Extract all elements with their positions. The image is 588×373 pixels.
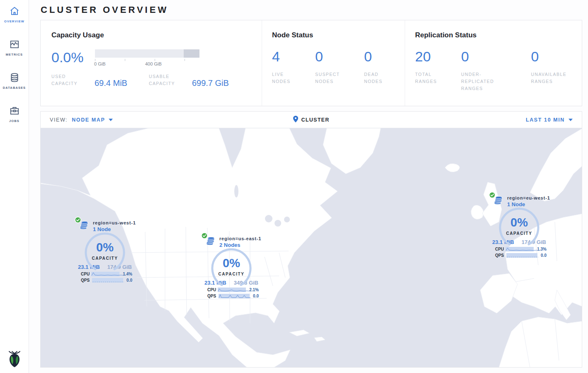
cluster-overview-page: OVERVIEW METRICS DATABASES: [0, 0, 588, 373]
database-icon: [9, 72, 20, 83]
capacity-usage-title: Capacity Usage: [51, 31, 251, 39]
used-capacity-value: 69.4 MiB: [95, 78, 127, 88]
world-map[interactable]: region=us-west-1 1 Node 0% CAPACITY 23.1…: [41, 128, 582, 367]
cockroachdb-logo[interactable]: [7, 349, 22, 370]
sidebar-item-label: JOBS: [9, 119, 19, 123]
qps-value: 0.0: [126, 278, 132, 283]
node-region-label: region=us-west-1: [93, 220, 136, 225]
briefcase-icon: [9, 105, 20, 117]
sidebar-item-metrics[interactable]: METRICS: [0, 33, 29, 61]
view-selector[interactable]: VIEW: NODE MAP: [50, 117, 113, 123]
home-icon: [9, 5, 20, 17]
view-value: NODE MAP: [72, 117, 105, 123]
qps-value: 0.0: [253, 294, 259, 298]
replication-status-section: Replication Status 20 TOTAL RANGES 0 UND…: [405, 20, 582, 106]
cpu-value: 1.4%: [123, 272, 132, 276]
node-map-card: VIEW: NODE MAP CLUSTER LAST 10 MIN: [40, 111, 582, 368]
qps-metric-row: QPS 0.0: [495, 253, 547, 258]
qps-sparkline: [506, 253, 537, 258]
map-view-bar: VIEW: NODE MAP CLUSTER LAST 10 MIN: [41, 112, 582, 128]
sidebar: OVERVIEW METRICS DATABASES: [0, 0, 29, 373]
sidebar-item-label: METRICS: [6, 53, 23, 56]
qps-value: 0.0: [541, 253, 547, 258]
total-ranges-stat: 20 TOTAL RANGES: [415, 49, 448, 92]
sidebar-item-overview[interactable]: OVERVIEW: [0, 0, 29, 27]
cpu-sparkline: [505, 247, 534, 251]
dead-nodes-stat: 0 DEAD NODES: [364, 49, 394, 85]
under-replicated-ranges-stat: 0 UNDER-REPLICATED RANGES: [461, 49, 513, 92]
cpu-sparkline: [218, 288, 246, 292]
capacity-tick-label-0: 0 GiB: [94, 61, 106, 66]
main-content: CLUSTER OVERVIEW Capacity Usage 0.0% 0 G…: [29, 0, 588, 373]
node-status-title: Node Status: [272, 31, 394, 39]
node-region-label: region=us-east-1: [219, 236, 261, 241]
capacity-gauge: 0% CAPACITY: [83, 231, 126, 271]
node-region-label: region=eu-west-1: [507, 195, 550, 200]
qps-metric-row: QPS 0.0: [81, 278, 132, 283]
capacity-used-percent: 0.0%: [51, 49, 95, 64]
map-node-us-east-1[interactable]: region=us-east-1 2 Nodes 0% CAPACITY 23.…: [204, 236, 259, 298]
qps-metric-row: QPS 0.0: [207, 294, 259, 298]
live-nodes-stat: 4 LIVE NODES: [272, 49, 302, 85]
node-database-icon: [78, 220, 90, 232]
chevron-down-icon: [569, 119, 573, 121]
time-range-value: LAST 10 MIN: [526, 117, 565, 123]
cpu-value: 1.3%: [537, 247, 547, 251]
cpu-metric-row: CPU 1.4%: [81, 272, 132, 276]
capacity-usage-section: Capacity Usage 0.0% 0 GiB 400 GiB: [41, 20, 262, 106]
capacity-tick-label-400: 400 GiB: [145, 61, 162, 66]
page-title: CLUSTER OVERVIEW: [40, 0, 582, 20]
sidebar-item-label: DATABASES: [3, 86, 26, 90]
gauge-capacity-label: CAPACITY: [210, 272, 253, 276]
gauge-percent: 0%: [210, 256, 253, 270]
gauge-percent: 0%: [498, 216, 541, 229]
node-database-icon: [493, 195, 504, 207]
suspect-nodes-stat: 0 SUSPECT NODES: [315, 49, 351, 85]
gauge-capacity-label: CAPACITY: [83, 256, 126, 261]
gauge-percent: 0%: [83, 241, 126, 254]
unavailable-ranges-stat: 0 UNAVAILABLE RANGES: [531, 49, 571, 92]
node-database-icon: [205, 236, 216, 248]
cpu-metric-row: CPU 1.3%: [495, 247, 547, 251]
capacity-gauge: 0% CAPACITY: [498, 206, 541, 246]
cpu-sparkline: [91, 272, 120, 276]
node-status-section: Node Status 4 LIVE NODES 0 SUSPECT NODES…: [262, 20, 405, 106]
capacity-gauge: 0% CAPACITY: [210, 247, 253, 287]
node-healthy-check-icon: [75, 217, 81, 225]
breadcrumb: CLUSTER: [293, 116, 329, 124]
qps-sparkline: [92, 278, 123, 283]
used-capacity-label: USED CAPACITY: [51, 73, 90, 87]
usable-capacity-value: 699.7 GiB: [192, 78, 229, 88]
time-range-selector[interactable]: LAST 10 MIN: [526, 117, 573, 123]
capacity-bar-ticks: [95, 58, 199, 61]
breadcrumb-cluster: CLUSTER: [301, 117, 329, 123]
metrics-chart-icon: [9, 39, 20, 50]
sidebar-item-jobs[interactable]: JOBS: [0, 100, 29, 127]
view-label: VIEW:: [50, 117, 68, 123]
sidebar-item-label: OVERVIEW: [4, 20, 24, 23]
qps-sparkline: [219, 294, 250, 298]
cpu-metric-row: CPU 2.1%: [207, 288, 259, 292]
node-healthy-check-icon: [489, 192, 496, 200]
capacity-bar: 0 GiB 400 GiB: [95, 49, 199, 67]
sidebar-item-databases[interactable]: DATABASES: [0, 66, 29, 94]
location-pin-icon: [293, 116, 298, 124]
map-node-us-west-1[interactable]: region=us-west-1 1 Node 0% CAPACITY 23.1…: [78, 220, 132, 283]
cpu-value: 2.1%: [249, 288, 259, 292]
cluster-summary-card: Capacity Usage 0.0% 0 GiB 400 GiB: [40, 20, 582, 106]
chevron-down-icon: [109, 119, 113, 121]
replication-status-title: Replication Status: [415, 31, 571, 39]
gauge-capacity-label: CAPACITY: [498, 231, 541, 236]
node-healthy-check-icon: [201, 232, 208, 241]
usable-capacity-label: USABLE CAPACITY: [149, 73, 187, 87]
map-node-eu-west-1[interactable]: region=eu-west-1 1 Node 0% CAPACITY 23.1…: [492, 195, 547, 258]
capacity-bar-reserved-segment: [184, 49, 199, 58]
